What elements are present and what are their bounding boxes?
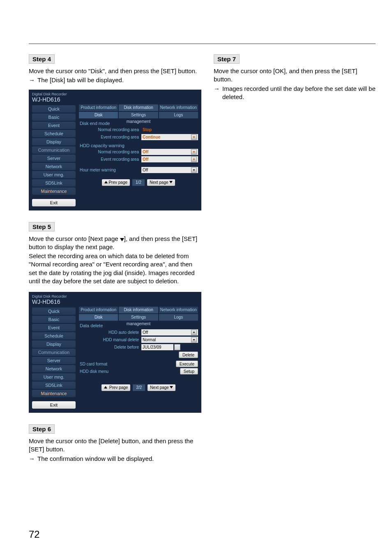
page-number: 72 <box>29 529 40 540</box>
sidebar-item-quick[interactable]: Quick <box>32 105 76 113</box>
sidebar-item-server[interactable]: Server <box>32 155 76 162</box>
sidebar-item-server[interactable]: Server <box>32 357 76 364</box>
exit-button[interactable]: Exit <box>32 199 76 206</box>
step-6-arrow-text: The confirmation window will be displaye… <box>37 455 154 463</box>
next-page-button[interactable]: Next page <box>148 384 175 391</box>
sidebar-item-event[interactable]: Event <box>32 324 76 331</box>
page-indicator: 2/2 <box>133 384 145 391</box>
sidebar-item-display[interactable]: Display <box>32 340 76 348</box>
sidebar: Quick Basic Event Schedule Display Commu… <box>32 104 76 206</box>
dropdown-event-rec-area-2[interactable]: Off▾ <box>141 156 198 162</box>
step-4-arrow-text: The [Disk] tab will be displayed. <box>37 76 124 84</box>
step-5-text-line2: Select the recording area on which data … <box>29 252 201 285</box>
next-page-button[interactable]: Next page <box>147 179 175 186</box>
sidebar-item-schedule[interactable]: Schedule <box>32 332 76 340</box>
arrow-icon: → <box>29 76 35 84</box>
subtab-logs[interactable]: Logs <box>159 112 198 118</box>
execute-button[interactable]: Execute <box>176 361 198 367</box>
value-normal-rec-area-1: Stop <box>141 127 198 133</box>
step-7-label: Step 7 <box>214 54 240 64</box>
exit-button[interactable]: Exit <box>32 401 76 409</box>
step-6-text: Move the cursor onto the [Delete] button… <box>29 437 201 454</box>
dropdown-hdd-manual-delete[interactable]: Normal▾ <box>141 337 198 343</box>
product-line: Digital Disk Recorder <box>32 92 198 96</box>
triangle-down-icon <box>169 181 173 183</box>
dropdown-hdd-auto-delete[interactable]: Off▾ <box>141 329 198 335</box>
sidebar-item-quick[interactable]: Quick <box>32 308 76 315</box>
sidebar-item-communication[interactable]: Communication <box>32 146 76 154</box>
sidebar: Quick Basic Event Schedule Display Commu… <box>32 307 76 409</box>
chevron-down-icon[interactable]: ▾ <box>191 330 197 335</box>
label-event-rec-area-2: Event recording area <box>79 157 141 162</box>
sidebar-item-basic[interactable]: Basic <box>32 113 76 121</box>
step-4-text: Move the cursor onto "Disk", and then pr… <box>29 67 201 75</box>
step-5-label: Step 5 <box>29 222 55 231</box>
subtab-disk[interactable]: Disk <box>79 314 118 321</box>
page-indicator: 1/2 <box>132 179 145 186</box>
tab-network-info[interactable]: Network information <box>159 104 198 111</box>
step-4-label: Step 4 <box>29 54 55 64</box>
sidebar-item-network[interactable]: Network <box>32 365 76 372</box>
subtab-settings-mgmt[interactable]: Settings management <box>119 112 158 118</box>
label-normal-rec-area-1: Normal recording area <box>79 127 141 132</box>
triangle-up-icon <box>104 386 107 388</box>
label-hour-meter: Hour meter warning <box>79 168 141 172</box>
chevron-down-icon[interactable]: ▾ <box>191 157 197 162</box>
label-normal-rec-area-2: Normal recording area <box>79 150 141 154</box>
chevron-down-icon[interactable]: ▾ <box>191 167 197 173</box>
dropdown-normal-rec-area-2[interactable]: Off▾ <box>141 149 198 155</box>
step-5-text-line1: Move the cursor onto [Next page ], and t… <box>29 235 201 252</box>
label-hdd-manual-delete: HDD manual delete <box>79 338 141 342</box>
model-name: WJ-HD616 <box>32 298 198 305</box>
subtab-disk[interactable]: Disk <box>79 112 118 118</box>
arrow-icon: → <box>29 455 35 463</box>
sidebar-item-basic[interactable]: Basic <box>32 316 76 323</box>
dropdown-event-rec-area-1[interactable]: Continue▾ <box>141 134 198 140</box>
subtab-settings-mgmt[interactable]: Settings management <box>119 314 158 321</box>
sidebar-item-communication[interactable]: Communication <box>32 349 76 356</box>
label-sd-card-format: SD card format <box>79 362 141 366</box>
settings-panel-1: Digital Disk Recorder WJ-HD616 Quick Bas… <box>29 90 201 210</box>
label-event-rec-area-1: Event recording area <box>79 135 141 139</box>
chevron-down-icon[interactable]: ▾ <box>191 149 197 155</box>
tab-disk-info[interactable]: Disk information <box>119 104 158 111</box>
sidebar-item-usermng[interactable]: User mng. <box>32 171 76 178</box>
label-hdd-auto-delete: HDD auto delete <box>79 330 141 335</box>
step-6-label: Step 6 <box>29 424 55 434</box>
tab-disk-info[interactable]: Disk information <box>119 307 158 313</box>
sidebar-item-maintenance[interactable]: Maintenance <box>32 187 76 195</box>
model-name: WJ-HD616 <box>32 96 198 103</box>
prev-page-button[interactable]: Prev page <box>102 179 130 186</box>
sidebar-item-usermng[interactable]: User mng. <box>32 373 76 381</box>
section-hdd-capacity-warning: HDD capacity warning <box>80 143 198 148</box>
chevron-down-icon[interactable]: ▾ <box>191 337 197 342</box>
sidebar-item-sd5link[interactable]: SD5Link <box>32 382 76 389</box>
sidebar-item-network[interactable]: Network <box>32 163 76 170</box>
triangle-down-icon <box>120 238 124 241</box>
triangle-down-icon <box>170 386 173 388</box>
step-7-arrow-text: Images recorded until the day before the… <box>222 85 376 102</box>
calendar-icon[interactable]: ▦ <box>174 344 180 350</box>
step-7-text: Move the cursor onto [OK], and then pres… <box>214 67 376 84</box>
sidebar-item-display[interactable]: Display <box>32 138 76 146</box>
tab-network-info[interactable]: Network information <box>159 307 198 313</box>
setup-button[interactable]: Setup <box>180 368 198 375</box>
label-hdd-disk-menu: HDD disk menu <box>79 369 141 374</box>
dropdown-hour-meter[interactable]: Off▾ <box>141 167 198 173</box>
sidebar-item-event[interactable]: Event <box>32 122 76 129</box>
chevron-down-icon[interactable]: ▾ <box>191 134 197 140</box>
delete-button[interactable]: Delete <box>179 352 198 358</box>
prev-page-button[interactable]: Prev page <box>101 384 130 391</box>
triangle-up-icon <box>104 181 108 183</box>
tab-product-info[interactable]: Product information <box>79 104 118 111</box>
sidebar-item-sd5link[interactable]: SD5Link <box>32 179 76 187</box>
sidebar-item-maintenance[interactable]: Maintenance <box>32 390 76 397</box>
settings-panel-2: Digital Disk Recorder WJ-HD616 Quick Bas… <box>29 292 201 413</box>
tab-product-info[interactable]: Product information <box>79 307 118 313</box>
product-line: Digital Disk Recorder <box>32 294 198 298</box>
subtab-logs[interactable]: Logs <box>159 314 198 321</box>
arrow-icon: → <box>214 85 220 102</box>
sidebar-item-schedule[interactable]: Schedule <box>32 130 76 137</box>
date-input-delete-before[interactable]: JUL/23/09 <box>141 344 173 350</box>
label-delete-before: Delete before <box>79 345 141 349</box>
